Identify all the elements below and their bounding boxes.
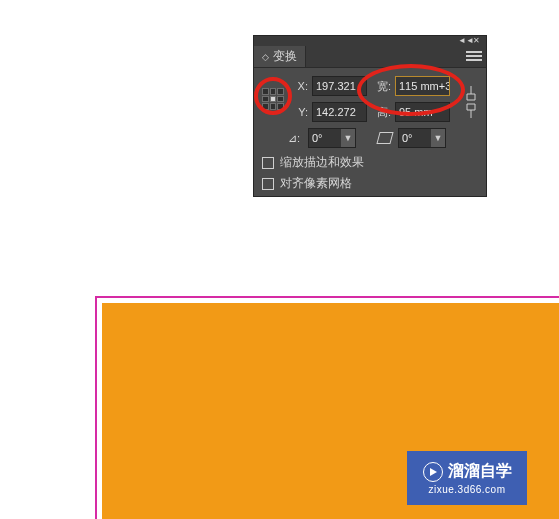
y-input[interactable]: 142.272 — [312, 102, 367, 122]
y-label: Y: — [292, 106, 308, 118]
tab-label: 变换 — [273, 48, 297, 65]
tab-transform[interactable]: ◇ 变换 — [254, 46, 306, 67]
panel-titlebar: ◄◄ ✕ — [254, 36, 486, 46]
shear-input[interactable]: 0° ▼ — [398, 128, 446, 148]
x-label: X: — [292, 80, 308, 92]
chevron-down-icon[interactable]: ▼ — [341, 129, 355, 147]
checkbox-scale-strokes[interactable] — [262, 157, 274, 169]
panel-tabs: ◇ 变换 — [254, 46, 486, 68]
panel-body: X: 197.321 宽: 115 mm+3 Y: 142.272 高: 95 … — [254, 68, 486, 198]
play-icon — [423, 462, 443, 482]
chevron-down-icon[interactable]: ▼ — [431, 129, 445, 147]
link-wh-icon[interactable] — [464, 84, 478, 120]
align-pixel-row[interactable]: 对齐像素网格 — [262, 175, 478, 192]
checkbox-align-label: 对齐像素网格 — [280, 175, 352, 192]
w-label: 宽: — [371, 79, 391, 94]
transform-panel: ◄◄ ✕ ◇ 变换 X: 197.321 宽: — [253, 35, 487, 197]
x-input[interactable]: 197.321 — [312, 76, 367, 96]
close-button[interactable]: ✕ — [472, 37, 480, 45]
checkbox-align-pixel[interactable] — [262, 178, 274, 190]
shear-icon — [376, 132, 393, 144]
watermark: 溜溜自学 zixue.3d66.com — [407, 451, 527, 505]
rotate-icon: ⊿: — [288, 132, 304, 145]
rotate-input[interactable]: 0° ▼ — [308, 128, 356, 148]
scale-strokes-row[interactable]: 缩放描边和效果 — [262, 154, 478, 171]
checkbox-scale-label: 缩放描边和效果 — [280, 154, 364, 171]
height-input[interactable]: 95 mm — [395, 102, 450, 122]
watermark-url: zixue.3d66.com — [428, 484, 505, 495]
panel-menu-button[interactable] — [466, 49, 482, 63]
h-label: 高: — [371, 105, 391, 120]
collapse-button[interactable]: ◄◄ — [458, 37, 466, 45]
diamond-icon: ◇ — [262, 52, 269, 62]
reference-point-selector[interactable] — [262, 88, 284, 110]
width-input[interactable]: 115 mm+3 — [395, 76, 450, 96]
watermark-brand: 溜溜自学 — [448, 461, 512, 482]
